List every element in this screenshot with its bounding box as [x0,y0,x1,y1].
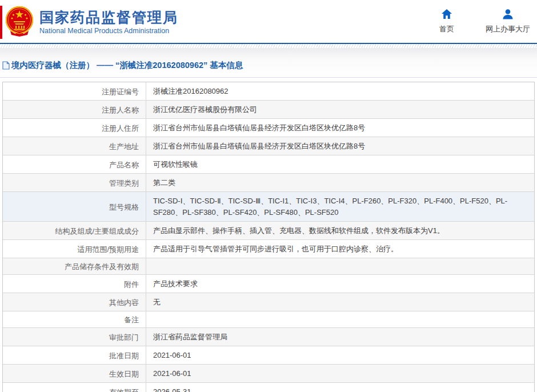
row-label-text: 注册人住所 [102,123,139,133]
row-label-text: 生效日期 [109,369,139,379]
table-row: 型号规格TIC-SD-Ⅰ、TIC-SD-Ⅱ、TIC-SD-Ⅲ、TIC-I1、TI… [3,192,534,222]
table-row: 生产地址浙江省台州市仙居县白塔镇仙居县经济开发区白塔区块优亿路8号 [3,137,534,155]
row-label-text: 批准日期 [109,351,139,361]
row-label-text: 注册证编号 [102,87,139,97]
row-label: 注册人名称 [3,101,146,118]
row-label: 管理类别 [3,174,146,191]
header: 国家药品监督管理局 National Medical Products Admi… [0,0,537,44]
row-label-text: 适用范围/预期用途 [77,245,139,254]
row-label: 其他内容 [3,293,146,311]
table-row: 附件产品技术要求 [3,275,534,293]
row-label: 备注 [3,311,146,327]
table-row: 产品名称可视软性喉镜 [3,155,534,174]
row-value: 可视软性喉镜 [146,155,534,173]
row-value-text: TIC-SD-Ⅰ、TIC-SD-Ⅱ、TIC-SD-Ⅲ、TIC-I1、TIC-I3… [153,195,526,218]
brand-text: 国家药品监督管理局 National Medical Products Admi… [39,8,178,35]
row-label: 生效日期 [3,365,146,382]
row-value-text: 2021-06-01 [153,350,191,361]
row-label-text: 管理类别 [109,178,139,188]
row-label: 附件 [3,275,146,293]
row-label: 结构及组成/主要组成成分 [3,222,146,239]
row-value-text: 可视软性喉镜 [153,159,198,170]
site-title-en: National Medical Products Administration [39,27,178,35]
row-value-text: 产品技术要求 [153,278,198,290]
document-icon [2,61,10,70]
top-nav: 首页 网上办事大厅 [430,8,530,34]
table-row: 批准日期2021-06-01 [3,346,534,365]
row-label-text: 产品名称 [109,160,139,170]
row-label-text: 型号规格 [109,202,139,212]
row-value: 浙江省台州市仙居县白塔镇仙居县经济开发区白塔区块优亿路8号 [146,119,534,137]
row-value: 产品由显示部件、操作手柄、插入管、充电器、数据线和软件组成，软件发布版本为V1。 [146,222,534,239]
page-title: 境内医疗器械（注册） —— “浙械注准20162080962” 基本信息 [11,60,243,71]
row-value-text: 第二类 [153,177,175,189]
table-row: 其他内容无 [3,293,534,311]
row-label: 有效期至 [3,383,146,392]
row-value: TIC-SD-Ⅰ、TIC-SD-Ⅱ、TIC-SD-Ⅲ、TIC-I1、TIC-I3… [146,192,534,221]
row-label: 批准日期 [3,346,146,364]
row-value: 无 [146,293,534,311]
row-value-text: 浙江省药品监督管理局 [153,331,227,343]
row-label-text: 有效期至 [109,387,139,392]
table-row: 注册人住所浙江省台州市仙居县白塔镇仙居县经济开发区白塔区块优亿路8号 [3,119,534,137]
row-value: 产品适用于引导气管插管并可同步进行吸引，也可用于口腔内诊察、治疗。 [146,240,534,258]
row-label: 产品储存条件及有效期 [3,258,146,274]
row-value-text: 浙江省台州市仙居县白塔镇仙居县经济开发区白塔区块优亿路8号 [153,141,365,152]
row-value: 2026-05-31 [146,383,534,392]
table-row: 注册证编号浙械注准20162080962 [3,82,534,101]
national-emblem-logo [5,5,34,37]
brand: 国家药品监督管理局 National Medical Products Admi… [5,5,178,37]
row-label: 注册证编号 [3,82,146,100]
row-label-text: 生产地址 [109,142,139,151]
row-label-text: 产品储存条件及有效期 [65,262,139,271]
row-value: 浙械注准20162080962 [146,82,534,100]
row-label-text: 附件 [124,279,139,289]
table-row: 注册人名称浙江优亿医疗器械股份有限公司 [3,101,534,119]
table-row: 有效期至2026-05-31 [3,383,534,392]
row-value-text: 浙江省台州市仙居县白塔镇仙居县经济开发区白塔区块优亿路8号 [153,122,365,134]
table-row: 备注 [3,311,534,328]
row-value: 浙江省台州市仙居县白塔镇仙居县经济开发区白塔区块优亿路8号 [146,137,534,155]
row-value-text: 产品适用于引导气管插管并可同步进行吸引，也可用于口腔内诊察、治疗。 [153,243,398,255]
left-red-accent-bar [0,6,2,39]
row-value: 2021-06-01 [146,346,534,364]
nav-item-label: 首页 [439,24,454,34]
row-label-text: 注册人名称 [102,105,139,115]
row-label: 产品名称 [3,155,146,173]
table-row: 生效日期2021-06-01 [3,365,534,383]
table-row: 管理类别第二类 [3,174,534,192]
info-table: 注册证编号浙械注准20162080962注册人名称浙江优亿医疗器械股份有限公司注… [2,82,535,392]
row-label: 适用范围/预期用途 [3,240,146,258]
table-row: 审批部门浙江省药品监督管理局 [3,328,534,346]
row-value: 产品技术要求 [146,275,534,293]
row-label-text: 其他内容 [109,298,139,307]
nav-item-online-service-hall[interactable]: 网上办事大厅 [486,8,530,34]
user-icon [502,8,514,21]
row-value-text: 2026-05-31 [153,386,191,392]
row-label: 审批部门 [3,328,146,346]
decorative-hatch-band [0,44,537,48]
table-row: 产品储存条件及有效期 [3,258,534,275]
row-value-text: 无 [153,297,161,308]
row-label: 生产地址 [3,137,146,155]
table-row: 结构及组成/主要组成成分产品由显示部件、操作手柄、插入管、充电器、数据线和软件组… [3,222,534,240]
title-section: 境内医疗器械（注册） —— “浙械注准20162080962” 基本信息 [0,48,537,78]
row-value [146,311,534,327]
row-value-text: 浙械注准20162080962 [153,86,229,97]
row-label: 注册人住所 [3,119,146,137]
site-title-cn: 国家药品监督管理局 [39,9,178,25]
row-value [146,258,534,274]
row-value: 浙江省药品监督管理局 [146,328,534,346]
row-value: 第二类 [146,174,534,191]
row-value-text: 浙江优亿医疗器械股份有限公司 [153,104,257,115]
row-value-text: 2021-06-01 [153,368,191,379]
row-value-text: 产品由显示部件、操作手柄、插入管、充电器、数据线和软件组成，软件发布版本为V1。 [153,225,444,237]
row-label: 型号规格 [3,192,146,221]
nav-item-home[interactable]: 首页 [430,8,464,34]
row-label-text: 结构及组成/主要组成成分 [55,226,139,236]
table-row: 适用范围/预期用途产品适用于引导气管插管并可同步进行吸引，也可用于口腔内诊察、治… [3,240,534,258]
row-label-text: 审批部门 [109,333,139,342]
nav-item-label: 网上办事大厅 [486,24,530,34]
row-value: 2021-06-01 [146,365,534,382]
row-label-text: 备注 [124,315,139,325]
